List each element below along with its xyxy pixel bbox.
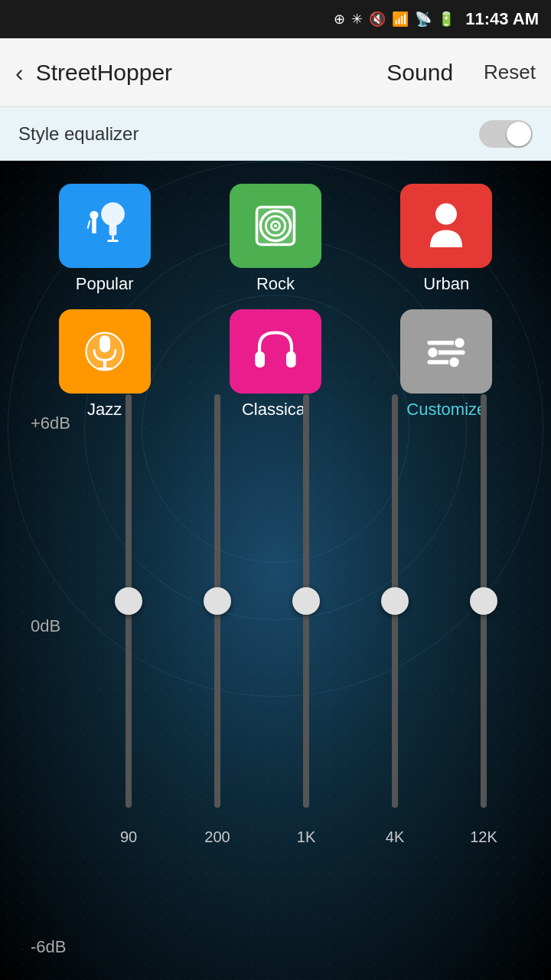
top-bar: ‹ StreetHopper Sound Reset (0, 38, 551, 107)
freq-label-1k: 1K (297, 828, 315, 846)
svg-point-4 (90, 211, 98, 219)
slider-thumb-90[interactable] (115, 587, 142, 615)
db-plus-label: +6dB (31, 413, 70, 433)
preset-icon-jazz (59, 309, 151, 394)
db-minus-label: -6dB (31, 937, 66, 957)
svg-point-11 (274, 224, 277, 227)
preset-icon-popular (59, 184, 151, 268)
wifi-icon: 📶 (392, 11, 409, 28)
page-title: Sound (386, 60, 453, 86)
preset-popular[interactable]: Popular (59, 184, 151, 294)
preset-rock[interactable]: Rock (230, 184, 321, 294)
presets-grid: Popular Rock Ur (0, 184, 551, 420)
toggle-knob (507, 122, 531, 146)
style-eq-toggle[interactable] (479, 120, 533, 148)
main-content: Popular Rock Ur (0, 161, 551, 980)
status-bar: ⊕ ✳ 🔇 📶 📡 🔋 11:43 AM (0, 0, 551, 38)
mute-icon: 🔇 (369, 11, 386, 28)
sliders-icon (419, 325, 473, 378)
style-eq-bar: Style equalizer (0, 107, 551, 161)
slider-90: 90 (109, 387, 148, 846)
preset-label-urban: Urban (423, 274, 469, 294)
freq-label-4k: 4K (386, 828, 404, 846)
slider-4k: 4K (376, 387, 414, 846)
svg-point-23 (428, 347, 439, 358)
sliders-container: 90 200 1K 4K 12K (84, 387, 528, 884)
reset-button[interactable]: Reset (484, 60, 536, 84)
svg-point-12 (435, 204, 457, 225)
freq-label-12k: 12K (470, 828, 497, 846)
slider-1k: 1K (287, 387, 325, 846)
status-time: 11:43 AM (465, 9, 539, 29)
slider-thumb-12k[interactable] (470, 587, 497, 615)
slider-thumb-4k[interactable] (381, 587, 409, 615)
cast-icon: ⊕ (334, 11, 345, 28)
preset-icon-urban (400, 184, 492, 268)
preset-icon-classical (230, 309, 321, 394)
svg-rect-16 (98, 368, 112, 371)
slider-12k: 12K (465, 387, 503, 846)
svg-rect-1 (109, 225, 116, 236)
person-icon (419, 199, 473, 253)
freq-label-200: 200 (204, 828, 230, 846)
slider-track-90[interactable] (126, 394, 132, 808)
slider-200: 200 (198, 387, 236, 846)
svg-rect-5 (92, 218, 96, 234)
db-zero-label: 0dB (31, 616, 60, 636)
svg-rect-18 (286, 351, 296, 368)
slider-track-4k[interactable] (392, 394, 398, 808)
slider-track-1k[interactable] (303, 394, 309, 808)
slider-thumb-200[interactable] (204, 587, 231, 615)
svg-rect-14 (99, 335, 110, 352)
svg-point-0 (101, 202, 125, 226)
svg-point-22 (455, 338, 465, 348)
bluetooth-icon: ✳ (351, 11, 363, 28)
svg-rect-19 (428, 341, 458, 345)
battery-icon: 🔋 (438, 11, 455, 28)
slider-thumb-1k[interactable] (292, 587, 320, 615)
preset-icon-customize (400, 309, 492, 394)
preset-label-popular: Popular (76, 274, 134, 294)
preset-label-rock: Rock (256, 274, 295, 294)
app-title: StreetHopper (36, 60, 387, 86)
signal-icon: 📡 (415, 11, 432, 28)
slider-track-12k[interactable] (481, 394, 487, 808)
headphones-icon (249, 325, 302, 378)
svg-rect-21 (428, 360, 452, 364)
svg-rect-15 (103, 360, 106, 368)
style-eq-label: Style equalizer (18, 123, 479, 145)
svg-line-6 (87, 220, 90, 229)
slider-track-200[interactable] (214, 394, 220, 808)
svg-rect-17 (255, 351, 265, 368)
preset-urban[interactable]: Urban (400, 184, 492, 294)
mic-person-icon (78, 199, 132, 253)
mic2-icon (78, 325, 132, 378)
preset-icon-rock (230, 184, 321, 268)
svg-point-24 (449, 357, 460, 368)
freq-label-90: 90 (120, 828, 137, 846)
back-button[interactable]: ‹ (15, 60, 24, 85)
speaker-icon (249, 199, 302, 253)
